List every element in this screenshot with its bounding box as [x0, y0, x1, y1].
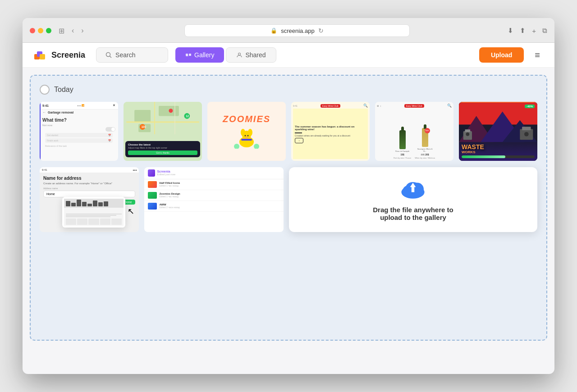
title-bar: ⊞ ‹ › 🔒 screenia.app ↻ ⬇ ⬆ + ⧉ — [23, 18, 554, 43]
svg-point-3 — [106, 53, 110, 57]
screenshot-card-4[interactable]: 9:41 Easy Wine Club 🔍 The summer season … — [291, 102, 370, 161]
card8-edit-time: Edited just now — [157, 173, 175, 176]
address-bar[interactable]: 🔒 screenia.app ↻ — [184, 24, 410, 37]
svg-point-24 — [245, 135, 246, 136]
screenshot-card-8[interactable]: Screenia Edited just now Half Filled Ico… — [144, 167, 284, 232]
map-tooltip-text: Adjust map filters in the top right corn… — [128, 146, 197, 149]
sidebar-toggle-icon[interactable]: ⊞ — [59, 27, 64, 35]
svg-rect-9 — [134, 110, 151, 122]
card8-thumb-2 — [148, 192, 157, 199]
card7-signal: ●●● — [133, 169, 137, 171]
screenshot-card-2[interactable]: 12 100 Choose the latest Adjust map filt… — [124, 102, 202, 161]
card1-close[interactable]: ✕ — [113, 104, 115, 107]
card8-item-2[interactable]: Zoomies Design Edited 1 час назад — [144, 190, 284, 201]
browser-window: ⊞ ‹ › 🔒 screenia.app ↻ ⬇ ⬆ + ⧉ — [23, 18, 554, 374]
url-text: screenia.app — [281, 27, 314, 34]
back-button[interactable]: ‹ — [69, 26, 77, 36]
bottle-1-name: Rosu de Kazayak — [395, 150, 409, 152]
bottle-2-region: White dry wine / Moldova — [415, 157, 435, 159]
preview-content — [62, 197, 125, 228]
logo-icon — [33, 48, 48, 62]
card8-item-3[interactable]: AWW Edited 2 часа назад — [144, 201, 284, 212]
card8-thumb-3 — [148, 203, 157, 210]
screenshot-card-6[interactable]: -40% WASTE WORKS — [459, 102, 537, 161]
game-bar-fill — [462, 155, 505, 158]
svg-point-29 — [254, 144, 259, 149]
lock-icon: 🔒 — [270, 27, 277, 34]
upload-button[interactable]: Upload — [479, 47, 524, 63]
card1-get-started: Get started 📅 — [45, 133, 113, 137]
screenshot-card-3[interactable]: ZOOMIES — [207, 102, 286, 161]
gallery-row-2: 9:41 ●●● Name for address Create an addr… — [40, 167, 537, 232]
card7-input[interactable]: Home — [43, 191, 135, 197]
card8-brand-icon — [148, 169, 155, 177]
svg-rect-27 — [241, 139, 252, 141]
card8-item-2-time: Edited 1 час назад — [159, 195, 180, 198]
menu-button[interactable]: ≡ — [531, 48, 544, 62]
svg-point-28 — [234, 144, 239, 149]
shared-icon — [236, 52, 243, 58]
bottle-1: Rosu de Kazayak 15$ Red dry wine / Franc… — [394, 130, 411, 159]
card7-time: 9:41 — [42, 169, 47, 171]
card8-thumb-1 — [148, 181, 157, 188]
card4-subtext: Croatian wines are already waiting for y… — [295, 134, 366, 137]
today-checkbox[interactable] — [40, 85, 50, 95]
share-icon[interactable]: ⬆ — [520, 27, 526, 35]
tab-shared[interactable]: Shared — [226, 47, 276, 63]
card4-arrow-btn[interactable]: → — [295, 138, 303, 143]
card7-label: Address name — [43, 187, 135, 190]
bottle-1-price: 15$ — [400, 153, 404, 156]
card5-filter-icon: ⚙ — [377, 105, 379, 107]
refresh-icon[interactable]: ↻ — [318, 27, 324, 34]
card1-back-arrow: ← — [42, 110, 46, 114]
maximize-button[interactable] — [46, 28, 51, 33]
bottle-1-region: Red dry wine / France — [394, 157, 411, 159]
card8-item-1[interactable]: Half Filled Icons Edited 1 час назад — [144, 179, 284, 190]
close-button[interactable] — [30, 28, 35, 33]
card4-headline: The summer season has begun: a discount … — [295, 125, 366, 131]
search-button[interactable]: Search — [96, 47, 168, 63]
card4-status: 9:41 — [293, 105, 298, 107]
card1-question: What time? — [42, 116, 115, 124]
sale-badge: Sale — [425, 128, 430, 133]
tab-gallery[interactable]: Gallery — [175, 47, 224, 63]
card7-desc: Create an address name. For example "Hom… — [43, 182, 135, 185]
card5-sort-icon: ↕ — [380, 105, 381, 107]
svg-rect-39 — [522, 127, 531, 130]
svg-rect-2 — [40, 54, 45, 59]
forward-button[interactable]: › — [78, 26, 86, 36]
svg-point-40 — [524, 132, 529, 137]
search-icon — [105, 52, 112, 58]
screenshot-card-1[interactable]: 9:41 ●●● 📶 ✕ ← Garbage removal What time… — [40, 102, 118, 161]
bottle-2-price: 20$ — [425, 153, 429, 156]
card1-nav-title: Garbage removal — [48, 111, 73, 114]
gallery-icon — [185, 52, 192, 58]
section-header: Today — [40, 85, 537, 95]
screenshot-card-5[interactable]: ⚙ ↕ Easy Wine Club 🔍 Rosu de Kazayak 15$… — [375, 102, 453, 161]
wine-badge: Easy Wine Club — [404, 104, 424, 108]
map-tooltip-button[interactable]: Got it, thanks — [128, 150, 197, 155]
card5-search-icon: 🔍 — [447, 104, 452, 108]
card7-title: Name for address — [43, 176, 135, 181]
bottle-2-name: Sauvignon Blanc & Ri... — [417, 148, 433, 152]
minimize-button[interactable] — [38, 28, 43, 33]
download-icon[interactable]: ⬇ — [508, 27, 513, 35]
svg-point-26 — [245, 137, 248, 138]
card1-finish-work: Finish work 📅 — [45, 138, 113, 143]
tabs-icon[interactable]: ⧉ — [542, 27, 547, 35]
game-progress-bar — [462, 155, 535, 158]
svg-line-4 — [110, 56, 112, 58]
bottle-shape-2: Sale — [422, 128, 428, 147]
preview-image — [64, 199, 124, 226]
svg-point-23 — [248, 129, 252, 136]
svg-point-7 — [238, 53, 241, 55]
game-title: WASTE WORKS — [462, 144, 535, 154]
new-tab-icon[interactable]: + — [532, 27, 536, 35]
card4-search-icon: 🔍 — [363, 104, 368, 108]
drop-zone[interactable]: Drag the file anywhere to upload to the … — [289, 167, 537, 232]
game-discount-badge: -40% — [525, 105, 535, 108]
bottle-2: Sale Sauvignon Blanc & Ri... 33$ 20$ Whi… — [415, 128, 435, 159]
game-background: -40% WASTE WORKS — [459, 102, 537, 161]
svg-point-25 — [247, 135, 249, 136]
traffic-lights — [30, 28, 51, 33]
